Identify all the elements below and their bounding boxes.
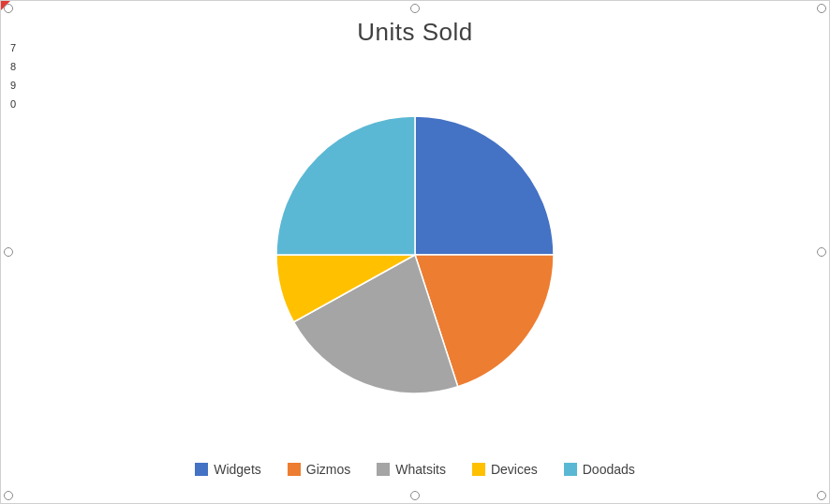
handle-right-center[interactable] <box>817 247 826 257</box>
slice-doodads[interactable] <box>276 116 415 255</box>
pie-chart-svg <box>256 105 574 405</box>
legend-label-gizmos: Gizmos <box>306 462 350 477</box>
handle-top-right[interactable] <box>817 4 826 13</box>
legend-swatch-gizmos <box>288 463 301 476</box>
slice-widgets[interactable] <box>415 116 554 255</box>
handle-bottom-left[interactable] <box>4 491 13 500</box>
chart-title: Units Sold <box>357 18 473 47</box>
handle-bottom-right[interactable] <box>817 491 826 500</box>
row-number-8: 8 <box>1 57 18 76</box>
legend-item-widgets: Widgets <box>195 462 261 477</box>
handle-top-center[interactable] <box>410 4 420 13</box>
legend-swatch-devices <box>472 463 485 476</box>
row-number-7: 7 <box>1 38 18 57</box>
legend-swatch-whatsits <box>377 463 390 476</box>
legend-label-devices: Devices <box>491 462 538 477</box>
row-number-0: 0 <box>1 95 18 113</box>
chart-container: 7 8 9 0 Units Sold <box>0 0 830 504</box>
legend-label-widgets: Widgets <box>214 462 261 477</box>
legend-label-doodads: Doodads <box>583 462 635 477</box>
handle-left-center[interactable] <box>4 247 13 257</box>
legend-swatch-widgets <box>195 463 208 476</box>
legend-swatch-doodads <box>564 463 577 476</box>
handle-bottom-center[interactable] <box>410 491 420 500</box>
row-number-9: 9 <box>1 76 18 95</box>
legend-item-devices: Devices <box>472 462 538 477</box>
legend-item-doodads: Doodads <box>564 462 635 477</box>
spreadsheet-row-numbers: 7 8 9 0 <box>1 38 18 113</box>
pie-chart-area <box>1 56 829 462</box>
legend-item-gizmos: Gizmos <box>288 462 350 477</box>
legend-item-whatsits: Whatsits <box>377 462 446 477</box>
handle-top-left[interactable] <box>4 4 13 13</box>
legend-label-whatsits: Whatsits <box>395 462 446 477</box>
